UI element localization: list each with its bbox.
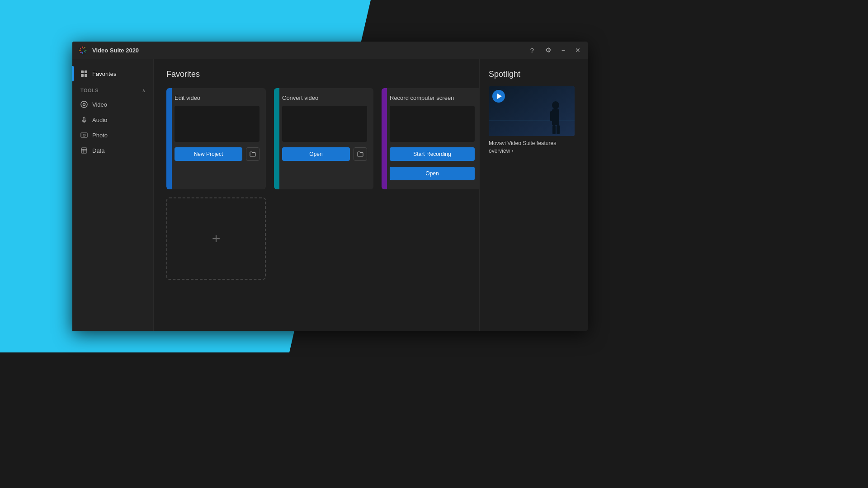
add-card-row: + <box>166 197 467 280</box>
title-bar: Video Suite 2020 ? ⚙ − ✕ <box>72 42 588 59</box>
record-screen-label: Record computer screen <box>390 94 475 101</box>
minimize-button[interactable]: − <box>560 46 567 54</box>
favorites-label: Favorites <box>92 70 116 77</box>
sidebar: Favorites TOOLS ∧ Video <box>72 59 154 331</box>
svg-rect-11 <box>81 148 87 153</box>
svg-rect-21 <box>552 125 556 134</box>
svg-point-17 <box>552 101 559 109</box>
help-button[interactable]: ? <box>527 45 537 55</box>
record-screen-inner: Record computer screen Start Recording O… <box>387 88 479 189</box>
record-screen-card: Record computer screen Start Recording O… <box>382 88 479 189</box>
spotlight-panel: Spotlight <box>479 59 588 331</box>
svg-rect-19 <box>550 111 554 121</box>
play-button-overlay[interactable] <box>492 90 505 103</box>
app-title: Video Suite 2020 <box>92 47 139 54</box>
edit-video-tag <box>166 88 172 189</box>
grid-icon <box>80 70 88 77</box>
settings-button[interactable]: ⚙ <box>543 45 553 55</box>
app-window: Video Suite 2020 ? ⚙ − ✕ <box>72 42 588 331</box>
svg-rect-4 <box>81 74 84 77</box>
record-screen-tag <box>382 88 387 189</box>
section-title: Favorites <box>166 70 467 79</box>
edit-video-actions: New Project <box>175 147 259 161</box>
tools-header: TOOLS ∧ <box>72 81 153 97</box>
title-bar-left: Video Suite 2020 <box>78 45 139 55</box>
start-recording-button[interactable]: Start Recording <box>390 147 475 161</box>
header-icons: ? ⚙ − ✕ <box>527 45 582 55</box>
convert-video-card: Convert video Open <box>274 88 373 189</box>
svg-rect-9 <box>81 133 87 137</box>
convert-video-tag <box>274 88 279 189</box>
add-icon: + <box>212 231 221 246</box>
svg-rect-5 <box>85 74 87 77</box>
convert-video-label: Convert video <box>282 94 367 101</box>
photo-label: Photo <box>92 132 108 139</box>
content-area: Favorites Edit video New Project <box>154 59 588 331</box>
sidebar-item-data[interactable]: Data <box>72 143 153 158</box>
edit-video-folder-button[interactable] <box>246 147 259 161</box>
record-screen-actions: Start Recording Open <box>390 147 475 183</box>
photo-icon <box>80 131 88 139</box>
sidebar-item-photo[interactable]: Photo <box>72 127 153 143</box>
close-button[interactable]: ✕ <box>573 46 582 54</box>
app-body: Favorites TOOLS ∧ Video <box>72 59 588 331</box>
play-triangle-icon <box>497 94 502 99</box>
convert-video-actions: Open <box>282 147 367 161</box>
convert-video-preview <box>282 106 367 142</box>
convert-video-folder-button[interactable] <box>354 147 367 161</box>
svg-rect-2 <box>81 70 84 73</box>
svg-rect-22 <box>557 125 560 134</box>
spotlight-thumbnail[interactable] <box>489 86 575 136</box>
video-label: Video <box>92 101 107 108</box>
data-label: Data <box>92 147 104 154</box>
sidebar-item-favorites[interactable]: Favorites <box>72 66 153 81</box>
record-screen-preview <box>390 106 475 142</box>
edit-video-inner: Edit video New Project <box>172 88 266 167</box>
edit-video-preview <box>175 106 259 142</box>
record-open-button[interactable]: Open <box>390 167 475 180</box>
tools-chevron[interactable]: ∧ <box>142 88 146 93</box>
svg-rect-20 <box>556 111 559 121</box>
cards-row: Edit video New Project <box>166 88 467 189</box>
svg-point-7 <box>83 103 85 106</box>
new-project-button[interactable]: New Project <box>175 147 242 161</box>
convert-open-button[interactable]: Open <box>282 147 350 161</box>
edit-video-card: Edit video New Project <box>166 88 266 189</box>
audio-icon <box>80 116 88 123</box>
svg-point-1 <box>81 49 84 52</box>
spotlight-title: Spotlight <box>489 70 579 79</box>
svg-point-6 <box>81 101 87 108</box>
add-favorite-card[interactable]: + <box>166 197 266 280</box>
sidebar-item-audio[interactable]: Audio <box>72 112 153 127</box>
app-logo <box>78 45 88 55</box>
audio-label: Audio <box>92 117 107 123</box>
convert-video-inner: Convert video Open <box>279 88 373 167</box>
sidebar-item-video[interactable]: Video <box>72 97 153 112</box>
main-scroll-area: Favorites Edit video New Project <box>154 59 479 331</box>
edit-video-label: Edit video <box>175 94 259 101</box>
data-icon <box>80 147 88 154</box>
svg-rect-3 <box>85 70 87 73</box>
svg-point-10 <box>83 134 85 136</box>
spotlight-video-title[interactable]: Movavi Video Suite features overview › <box>489 140 579 155</box>
video-icon <box>80 101 88 108</box>
